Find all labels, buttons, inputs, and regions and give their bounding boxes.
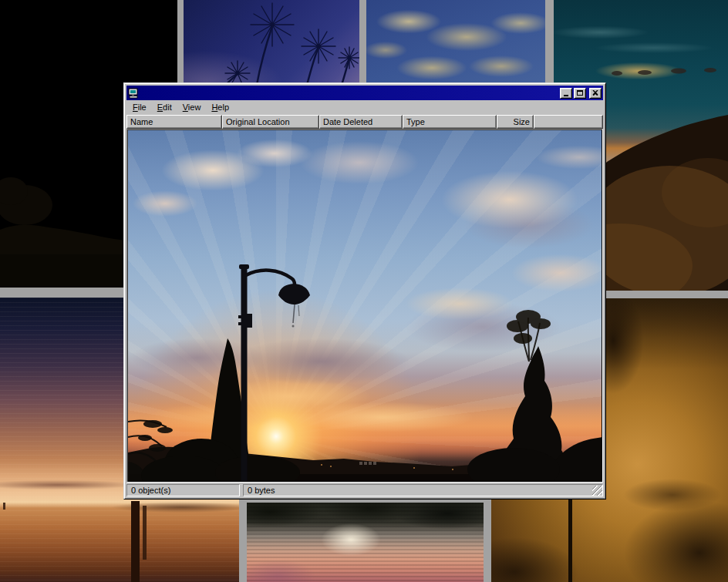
computer-icon <box>128 88 139 99</box>
close-button[interactable] <box>589 88 602 99</box>
minimize-button[interactable] <box>560 88 572 99</box>
photo-tile-cloud-sky <box>366 0 545 85</box>
dried-flower-silhouette <box>184 0 359 85</box>
column-header-size[interactable]: Size <box>497 115 534 129</box>
status-size-text: 0 bytes <box>248 486 275 495</box>
window-titlebar[interactable] <box>126 86 603 100</box>
resize-grip[interactable] <box>592 486 602 496</box>
maximize-icon <box>577 90 583 96</box>
status-bar: 0 object(s) 0 bytes <box>126 484 603 496</box>
menu-bar: File Edit View Help <box>126 100 603 115</box>
column-header-name[interactable]: Name <box>126 115 222 129</box>
status-size: 0 bytes <box>243 484 603 496</box>
close-icon <box>592 90 598 96</box>
column-header-filler <box>534 115 603 129</box>
sunset-lamp-photo <box>128 130 602 481</box>
file-list-area[interactable] <box>126 129 603 483</box>
photo-silhouettes <box>128 130 602 481</box>
column-header-original-location[interactable]: Original Location <box>222 115 319 129</box>
column-header-type[interactable]: Type <box>403 115 497 129</box>
pole-silhouette <box>568 499 572 582</box>
tile-divider <box>359 0 366 85</box>
maximize-button[interactable] <box>574 88 586 99</box>
menu-edit[interactable]: Edit <box>152 101 177 114</box>
column-header-row: Name Original Location Date Deleted Type… <box>126 115 603 129</box>
photo-tile-water-reflection <box>247 503 484 582</box>
tile-divider <box>545 0 554 85</box>
photo-tile-flower-silhouettes <box>184 0 359 85</box>
recycle-bin-window: File Edit View Help Name Original Locati… <box>123 82 606 500</box>
desktop-background: File Edit View Help Name Original Locati… <box>0 0 728 582</box>
minimize-icon <box>564 95 568 96</box>
menu-view[interactable]: View <box>177 101 207 114</box>
menu-help[interactable]: Help <box>206 101 234 114</box>
menu-file[interactable]: File <box>127 101 152 114</box>
status-object-count: 0 object(s) <box>126 484 240 496</box>
column-header-date-deleted[interactable]: Date Deleted <box>319 115 403 129</box>
